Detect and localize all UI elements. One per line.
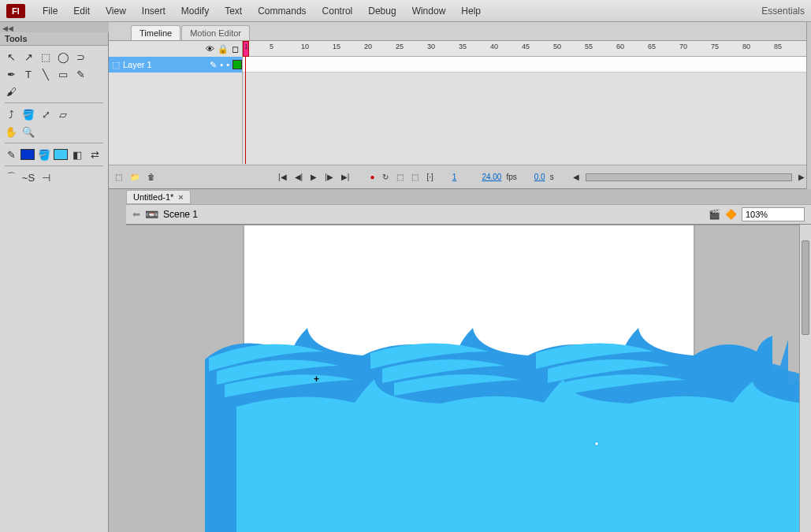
wave-artwork[interactable] [205,328,811,532]
selection-tool[interactable]: ↖ [3,49,19,65]
outline-icon[interactable]: ◻ [232,44,239,54]
timeline-hscroll[interactable] [586,173,792,181]
collapse-tools-icon[interactable]: ◀◀ [2,24,13,32]
tab-timeline[interactable]: Timeline [131,25,180,40]
bone-tool[interactable]: ⤴ [3,106,19,122]
new-layer-icon[interactable]: ⬚ [113,173,124,181]
ruler-tick: 60 [616,43,624,50]
back-icon[interactable]: ⬅ [132,209,140,220]
stage-area[interactable]: + [126,225,811,532]
eraser-tool[interactable]: ▱ [55,106,71,122]
layer-outline-swatch[interactable] [233,60,242,69]
onion-outline-icon[interactable]: ⬚ [395,173,405,181]
brush-tool[interactable]: 🖌 [3,84,19,99]
zoom-tool[interactable]: 🔍 [20,124,36,140]
subselection-tool[interactable]: ↗ [20,49,36,65]
scene-name[interactable]: Scene 1 [163,209,198,220]
straighten-icon[interactable]: ⊣ [38,169,54,185]
ruler-tick: 10 [301,43,309,50]
stroke-swatch[interactable] [20,149,35,160]
layer-name: Layer 1 [123,60,152,69]
fill-swatch[interactable] [54,149,68,160]
menu-file[interactable]: File [35,6,65,17]
pen-tool[interactable]: ✒ [3,66,19,82]
free-transform-tool[interactable]: ⬚ [38,49,54,65]
transform-center[interactable] [594,441,599,446]
workspace-switcher[interactable]: Essentials [761,6,811,17]
edit-scene-icon[interactable]: 🎬 [709,209,720,220]
menu-debug[interactable]: Debug [360,6,404,17]
visibility-icon[interactable]: 👁 [206,44,214,54]
menu-edit[interactable]: Edit [65,6,98,17]
ruler-tick: 50 [553,43,561,50]
scrollbar-thumb[interactable] [802,240,809,335]
play-icon[interactable]: ▶ [309,173,318,181]
ruler-tick: 75 [711,43,719,50]
lock-icon[interactable]: 🔒 [218,44,229,54]
fill-color-icon[interactable]: 🪣 [36,147,52,162]
frame-ruler[interactable]: 1 5 10 15 20 25 30 35 40 45 50 55 60 65 … [243,41,811,57]
scroll-left-icon[interactable]: ◀ [571,173,581,181]
menu-help[interactable]: Help [453,6,489,17]
tab-motion-editor[interactable]: Motion Editor [181,25,250,40]
ruler-tick: 35 [459,43,467,50]
eyedropper-tool[interactable]: ⤢ [38,106,54,122]
time-label: s [550,173,554,181]
document-tab[interactable]: Untitled-1* × [126,190,191,204]
layer-icon: ⬚ [112,60,120,70]
frames-column[interactable]: 1 5 10 15 20 25 30 35 40 45 50 55 60 65 … [243,41,811,164]
stroke-color-icon[interactable]: ✎ [3,147,19,162]
frames-row[interactable] [243,57,811,73]
paint-bucket-tool[interactable]: 🪣 [20,106,36,122]
menubar: Fl File Edit View Insert Modify Text Com… [0,0,811,22]
text-tool[interactable]: T [20,66,36,82]
scene-bar: ⬅ 📼 Scene 1 🎬 🔶 103% [126,204,811,225]
default-colors-icon[interactable]: ◧ [69,147,85,162]
new-folder-icon[interactable]: 📁 [128,173,141,181]
last-frame-icon[interactable]: ▶| [340,173,352,181]
time-value: 0.0 [534,173,545,181]
ruler-tick: 65 [648,43,656,50]
loop-icon[interactable]: ● [368,173,376,181]
edit-multiple-icon[interactable]: ⬚ [410,173,420,181]
menu-window[interactable]: Window [404,6,454,17]
layer-lock-dot[interactable]: • [226,60,229,69]
layer-vis-dot[interactable]: • [220,60,223,69]
swap-colors-icon[interactable]: ⇄ [87,147,102,162]
vertical-scrollbar[interactable] [799,225,811,532]
layer-edit-icon: ✎ [210,60,217,70]
menu-view[interactable]: View [98,6,134,17]
first-frame-icon[interactable]: |◀ [277,173,288,181]
edit-symbols-icon[interactable]: 🔶 [725,209,737,220]
delete-layer-icon[interactable]: 🗑 [146,173,157,181]
modify-markers-icon[interactable]: [·] [425,173,434,181]
line-tool[interactable]: ╲ [38,66,54,82]
ruler-tick: 30 [427,43,435,50]
ruler-tick: 15 [333,43,340,50]
pencil-tool[interactable]: ✎ [73,66,88,82]
snap-to-icon[interactable]: ⌒ [3,169,19,185]
rectangle-tool[interactable]: ▭ [55,66,71,82]
app-logo: Fl [6,4,25,18]
menu-commands[interactable]: Commands [250,6,314,17]
zoom-input[interactable]: 103% [742,207,805,221]
ruler-tick: 80 [742,43,750,50]
lasso-tool[interactable]: ⊃ [73,49,88,65]
menu-modify[interactable]: Modify [173,6,217,17]
hand-tool[interactable]: ✋ [3,124,19,140]
scroll-right-icon[interactable]: ▶ [797,173,806,181]
onion-skin-icon[interactable]: ↻ [381,173,390,181]
fps-value: 24.00 [482,173,501,181]
menu-insert[interactable]: Insert [134,6,173,17]
next-frame-icon[interactable]: |▶ [323,173,335,181]
menu-control[interactable]: Control [314,6,361,17]
close-tab-icon[interactable]: × [178,192,183,202]
menu-text[interactable]: Text [217,6,250,17]
prev-frame-icon[interactable]: ◀| [293,173,305,181]
ruler-tick: 5 [270,43,273,50]
3d-rotation-tool[interactable]: ◯ [55,49,71,65]
smooth-icon[interactable]: ~S [20,169,36,185]
ruler-tick: 70 [679,43,687,50]
registration-point: + [314,374,319,385]
layer-row[interactable]: ⬚ Layer 1 ✎ • • [109,57,242,73]
